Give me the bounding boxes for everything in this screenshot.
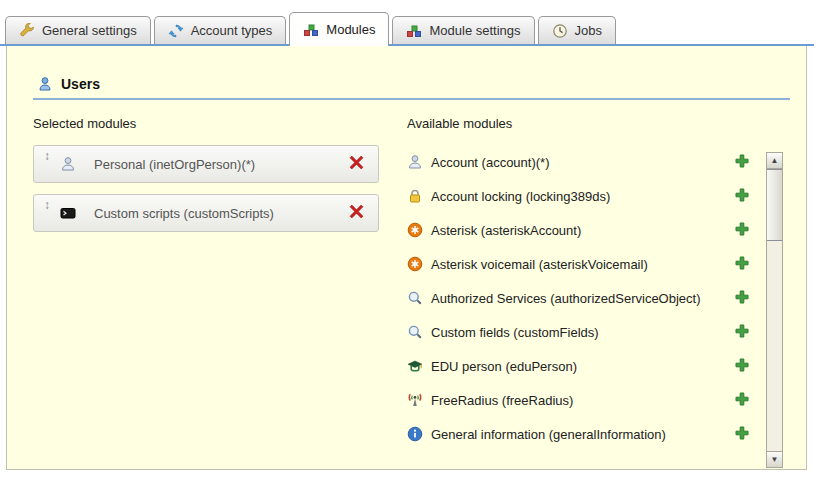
add-module-button[interactable] <box>735 256 749 273</box>
available-modules-heading: Available modules <box>407 116 759 131</box>
selected-module-row: ↕ Personal (inetOrgPerson)(*) <box>33 145 379 183</box>
section-title-rule <box>33 98 790 100</box>
content-area: Users Selected modules ↕ Personal (inetO… <box>6 46 807 470</box>
available-module-row: FreeRadius (freeRadius) <box>407 383 749 417</box>
person-icon <box>407 154 423 170</box>
scroll-up-button[interactable]: ▲ <box>767 153 782 169</box>
available-module-row: Custom fields (customFields) <box>407 315 749 349</box>
tab-jobs[interactable]: Jobs <box>538 16 616 44</box>
add-module-button[interactable] <box>735 154 749 171</box>
available-module-label: Account locking (locking389ds) <box>431 189 729 204</box>
section-title-label: Users <box>61 76 100 92</box>
tab-module-settings[interactable]: Module settings <box>392 16 534 44</box>
clock-icon <box>552 23 568 39</box>
selected-modules-heading: Selected modules <box>33 116 407 131</box>
add-module-button[interactable] <box>735 290 749 307</box>
available-module-label: Account (account)(*) <box>431 155 729 170</box>
available-module-row: General information (generalInformation) <box>407 417 749 451</box>
add-module-button[interactable] <box>735 358 749 375</box>
graduation-icon <box>407 358 423 374</box>
tab-label: Module settings <box>429 23 520 38</box>
add-plus-icon <box>735 154 749 171</box>
scroll-down-button[interactable]: ▼ <box>767 451 782 467</box>
tab-label: Modules <box>326 22 375 37</box>
tab-bar: General settings Account types Modules M… <box>5 4 616 44</box>
tab-general-settings[interactable]: General settings <box>5 16 151 44</box>
magnifier-icon <box>407 324 423 340</box>
tab-label: Jobs <box>575 23 602 38</box>
available-modules-column: Available modules Account (account)(*) A… <box>407 116 759 451</box>
tab-account-types[interactable]: Account types <box>154 16 287 44</box>
modules-config-page: General settings Account types Modules M… <box>0 0 814 478</box>
asterisk-icon <box>407 222 423 238</box>
available-module-label: Asterisk (asteriskAccount) <box>431 223 729 238</box>
tab-label: Account types <box>191 23 273 38</box>
available-module-row: Account (account)(*) <box>407 145 749 179</box>
user-icon <box>37 76 53 92</box>
blocks-icon <box>406 23 422 39</box>
terminal-icon <box>60 205 76 221</box>
selected-module-label: Personal (inetOrgPerson)(*) <box>94 157 349 172</box>
lock-icon <box>407 188 423 204</box>
drag-handle-icon[interactable]: ↕ <box>34 146 60 163</box>
person-icon <box>60 156 76 172</box>
add-plus-icon <box>735 256 749 273</box>
magnifier-icon <box>407 290 423 306</box>
available-module-label: General information (generalInformation) <box>431 427 729 442</box>
tab-modules[interactable]: Modules <box>289 12 389 46</box>
antenna-icon <box>407 392 423 408</box>
available-module-row: Asterisk voicemail (asteriskVoicemail) <box>407 247 749 281</box>
info-icon <box>407 426 423 442</box>
add-plus-icon <box>735 188 749 205</box>
wrench-icon <box>19 23 35 39</box>
page-title: Users <box>37 76 806 92</box>
selected-module-row: ↕ Custom scripts (customScripts) <box>33 194 379 232</box>
add-plus-icon <box>735 426 749 443</box>
delete-x-icon <box>349 204 364 222</box>
remove-module-button[interactable] <box>349 155 364 173</box>
tab-label: General settings <box>42 23 137 38</box>
add-module-button[interactable] <box>735 324 749 341</box>
available-module-label: Authorized Services (authorizedServiceOb… <box>431 291 729 306</box>
available-module-row: Account locking (locking389ds) <box>407 179 749 213</box>
available-module-label: FreeRadius (freeRadius) <box>431 393 729 408</box>
blocks-icon <box>303 22 319 38</box>
add-plus-icon <box>735 222 749 239</box>
available-module-row: Authorized Services (authorizedServiceOb… <box>407 281 749 315</box>
available-module-row: EDU person (eduPerson) <box>407 349 749 383</box>
add-module-button[interactable] <box>735 392 749 409</box>
add-plus-icon <box>735 392 749 409</box>
available-modules-scrollbar[interactable]: ▲ ▼ <box>766 152 783 468</box>
available-module-row: Asterisk (asteriskAccount) <box>407 213 749 247</box>
tab-accent-line <box>0 44 814 46</box>
add-plus-icon <box>735 324 749 341</box>
add-module-button[interactable] <box>735 222 749 239</box>
drag-handle-icon[interactable]: ↕ <box>34 195 60 212</box>
add-module-button[interactable] <box>735 188 749 205</box>
asterisk-icon <box>407 256 423 272</box>
scrollbar-thumb[interactable] <box>767 169 782 241</box>
module-columns: Selected modules ↕ Personal (inetOrgPers… <box>33 116 806 451</box>
add-plus-icon <box>735 290 749 307</box>
available-module-label: EDU person (eduPerson) <box>431 359 729 374</box>
sync-icon <box>168 23 184 39</box>
remove-module-button[interactable] <box>349 204 364 222</box>
add-module-button[interactable] <box>735 426 749 443</box>
available-module-label: Asterisk voicemail (asteriskVoicemail) <box>431 257 729 272</box>
selected-module-label: Custom scripts (customScripts) <box>94 206 349 221</box>
selected-modules-column: Selected modules ↕ Personal (inetOrgPers… <box>33 116 407 451</box>
delete-x-icon <box>349 155 364 173</box>
available-module-label: Custom fields (customFields) <box>431 325 729 340</box>
add-plus-icon <box>735 358 749 375</box>
